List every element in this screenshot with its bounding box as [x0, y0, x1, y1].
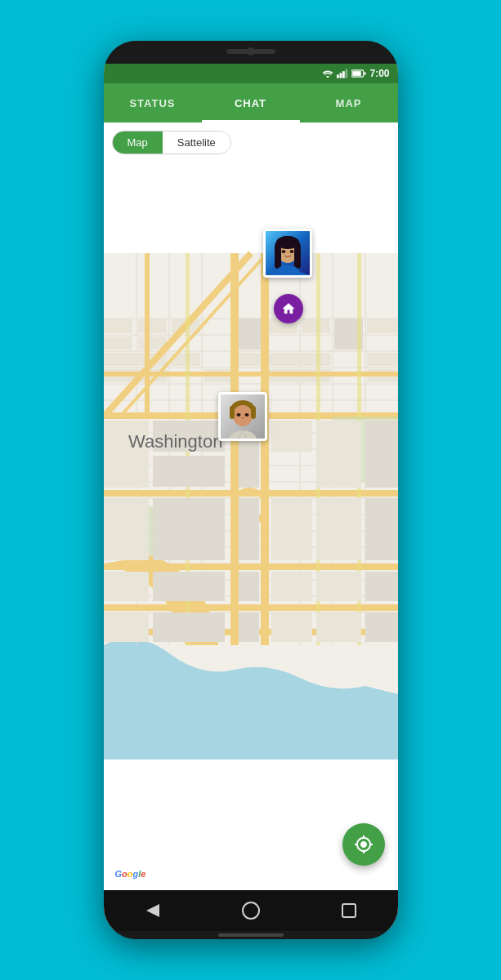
- tab-map[interactable]: MAP: [300, 83, 398, 122]
- girl-location-marker[interactable]: [263, 229, 312, 278]
- svg-rect-36: [104, 318, 132, 333]
- svg-point-110: [244, 413, 248, 416]
- home-button[interactable]: [239, 899, 262, 922]
- svg-rect-55: [230, 253, 239, 645]
- svg-text:Washington: Washington: [128, 431, 222, 452]
- svg-rect-88: [365, 572, 398, 601]
- svg-rect-90: [153, 612, 225, 642]
- recent-apps-icon: [340, 902, 358, 920]
- phone-bottom-pill: [104, 931, 398, 939]
- map-container[interactable]: Washington Map Sattelite: [104, 122, 398, 890]
- svg-rect-2: [342, 71, 345, 78]
- svg-rect-92: [271, 612, 312, 642]
- recent-apps-button[interactable]: [338, 899, 360, 922]
- svg-rect-50: [367, 353, 398, 366]
- svg-rect-77: [104, 498, 149, 560]
- svg-rect-107: [230, 406, 235, 419]
- svg-rect-114: [342, 904, 356, 917]
- back-button[interactable]: [141, 899, 164, 922]
- home-location-marker[interactable]: [274, 294, 303, 323]
- svg-rect-3: [346, 69, 348, 78]
- phone-speaker: [226, 49, 275, 54]
- tab-chat[interactable]: CHAT: [202, 83, 300, 122]
- svg-rect-108: [251, 406, 256, 419]
- wifi-icon: [322, 69, 333, 78]
- nav-tabs: STATUS CHAT MAP: [104, 83, 398, 122]
- satellite-view-button[interactable]: Sattelite: [163, 131, 230, 154]
- map-background: Washington: [104, 122, 398, 890]
- svg-rect-94: [365, 612, 398, 642]
- svg-rect-79: [239, 498, 259, 560]
- svg-rect-5: [353, 71, 362, 76]
- svg-rect-99: [275, 246, 281, 269]
- svg-rect-86: [271, 572, 312, 601]
- svg-rect-81: [316, 498, 361, 560]
- map-controls: Map Sattelite: [112, 131, 231, 154]
- map-view-button[interactable]: Map: [113, 131, 163, 154]
- svg-rect-49: [269, 353, 331, 366]
- svg-rect-60: [104, 604, 398, 611]
- man-location-marker[interactable]: [218, 392, 267, 441]
- svg-point-113: [243, 902, 259, 919]
- status-bar: 7:00: [104, 64, 398, 83]
- svg-point-111: [241, 417, 244, 419]
- svg-rect-89: [104, 612, 149, 642]
- phone-body: 7:00 STATUS CHAT MAP: [104, 41, 398, 939]
- svg-rect-76: [365, 421, 398, 488]
- my-location-icon: [354, 835, 374, 854]
- bottom-pill-bar: [218, 933, 284, 937]
- svg-point-106: [233, 405, 253, 426]
- signal-icon: [337, 69, 348, 78]
- svg-rect-83: [104, 572, 149, 601]
- svg-rect-100: [294, 246, 301, 269]
- svg-rect-43: [302, 318, 330, 333]
- svg-point-103: [289, 250, 293, 253]
- svg-rect-72: [153, 456, 225, 487]
- svg-point-109: [236, 413, 240, 416]
- battery-icon: [351, 69, 366, 78]
- svg-rect-6: [365, 72, 366, 74]
- svg-marker-112: [146, 904, 159, 917]
- svg-rect-64: [145, 253, 150, 416]
- man-photo-marker[interactable]: [218, 392, 267, 441]
- svg-rect-0: [337, 74, 339, 78]
- home-marker-icon-container[interactable]: [274, 294, 303, 323]
- svg-rect-82: [365, 498, 398, 560]
- home-icon: [281, 301, 296, 316]
- svg-rect-91: [239, 612, 259, 642]
- svg-rect-80: [271, 498, 312, 560]
- home-circle-icon: [240, 900, 262, 921]
- phone-outer: 7:00 STATUS CHAT MAP: [0, 0, 501, 980]
- android-nav-bar: [104, 890, 398, 931]
- phone-screen: 7:00 STATUS CHAT MAP: [104, 64, 398, 931]
- svg-rect-78: [153, 498, 225, 560]
- tab-status[interactable]: STATUS: [104, 83, 202, 122]
- svg-rect-1: [340, 73, 342, 78]
- svg-rect-93: [316, 612, 361, 642]
- status-time: 7:00: [369, 68, 389, 79]
- svg-rect-39: [104, 336, 132, 350]
- google-logo: Google: [115, 869, 146, 879]
- svg-rect-56: [261, 253, 269, 645]
- svg-rect-37: [138, 318, 167, 333]
- svg-rect-84: [153, 572, 225, 601]
- svg-rect-74: [271, 421, 312, 452]
- svg-rect-45: [367, 318, 398, 333]
- svg-point-102: [281, 250, 285, 253]
- status-icons: 7:00: [322, 68, 389, 79]
- back-icon: [143, 901, 163, 920]
- phone-top-bar: [104, 41, 398, 64]
- svg-rect-85: [239, 572, 259, 601]
- svg-rect-87: [316, 572, 361, 601]
- location-fab-button[interactable]: [342, 823, 385, 866]
- svg-point-101: [276, 236, 299, 249]
- svg-rect-75: [316, 421, 361, 488]
- girl-photo-marker[interactable]: [263, 229, 312, 278]
